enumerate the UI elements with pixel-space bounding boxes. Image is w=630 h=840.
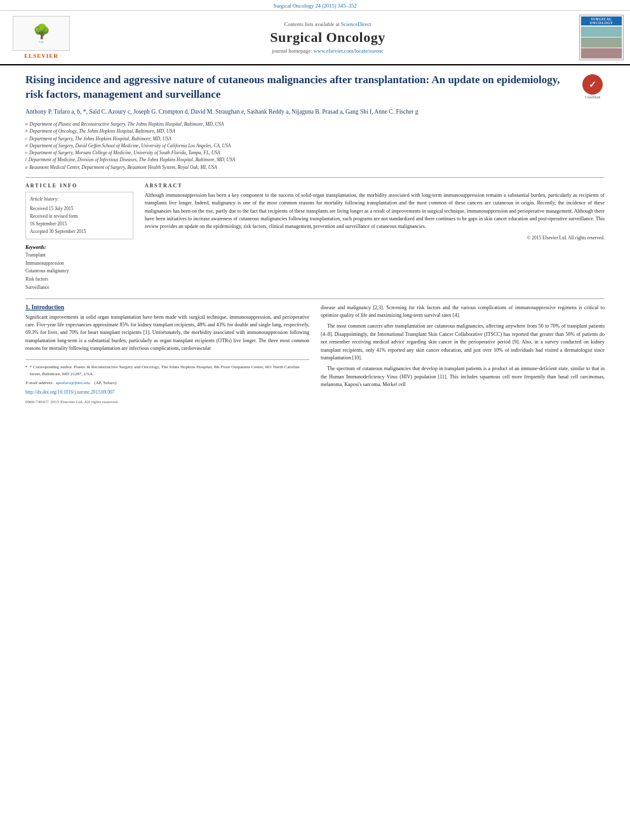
affiliation-f: f Department of Medicine, Division of In… [25, 156, 605, 163]
affil-text-b: Department of Oncology, The Johns Hopkin… [29, 128, 175, 135]
crossmark-section: ✓ CrossMark [580, 74, 605, 99]
affil-sup-d: d [25, 142, 27, 149]
journal-header: 🌳 logo ELSEVIER Contents lists available… [0, 11, 630, 65]
article-info-column: ARTICLE INFO Article history: Received 1… [25, 183, 133, 292]
article-content: Rising incidence and aggressive nature o… [0, 65, 630, 412]
journal-citation: Surgical Oncology 24 (2015) 345–352 [273, 3, 356, 9]
crossmark-badge: ✓ [582, 74, 603, 95]
revised-label: Received in revised form [30, 213, 129, 220]
intro-para-left: Significant improvements in solid organ … [25, 314, 309, 353]
affil-text-g: Beaumont Medical Center, Department of S… [29, 164, 217, 171]
footnote-email-suffix: (AP, Tufaro). [94, 380, 117, 387]
authors-line: Anthony P. Tufaro a, b, *, Saïd C. Azour… [25, 107, 605, 117]
keyword-immunosuppression: Immunosuppression [25, 260, 133, 268]
intro-para-right-1: disease and malignancy [2,3]. Screening … [321, 304, 605, 320]
article-history-label: Article history: [30, 196, 129, 203]
keyword-risk-factors: Risk factors [25, 276, 133, 284]
footnote-email-label: E-mail address: [25, 380, 54, 387]
keyword-surveillance: Surveillance [25, 284, 133, 292]
keywords-section: Keywords: Transplant Immunosuppression C… [25, 244, 133, 292]
intro-para-right-2: The most common cancers after transplant… [321, 323, 605, 362]
affil-sup-f: f [25, 156, 27, 163]
journal-citation-bar: Surgical Oncology 24 (2015) 345–352 [0, 0, 630, 11]
footer-copyright: 0960-7404/© 2015 Elsevier Ltd. All right… [25, 399, 309, 406]
abstract-label: ABSTRACT [145, 183, 605, 189]
revised-date: 16 September 2015 [30, 220, 129, 228]
abstract-copyright: © 2015 Elsevier Ltd. All rights reserved… [145, 235, 605, 241]
footnote-corresponding: * * Corresponding author. Plastic & Reco… [25, 364, 309, 378]
journal-title: Surgical Oncology [270, 29, 385, 46]
footnote-corresponding-text: * Corresponding author. Plastic & Recons… [30, 364, 310, 378]
affil-text-d: Department of Surgery, David Geffen Scho… [29, 142, 231, 149]
elsevier-brand-label: ELSEVIER [24, 53, 58, 59]
keyword-transplant: Transplant [25, 251, 133, 260]
affil-text-c: Department of Surgery, The Johns Hopkins… [29, 135, 171, 142]
affiliation-e: e Department of Surgery, Morsani College… [25, 149, 605, 156]
received-date: Received 15 July 2015 [30, 205, 129, 213]
footnotes-section: * * Corresponding author. Plastic & Reco… [25, 359, 309, 406]
journal-homepage-line: journal homepage: www.elsevier.com/locat… [272, 48, 384, 54]
keywords-label: Keywords: [25, 244, 133, 250]
affil-text-f: Department of Medicine, Division of Infe… [29, 156, 236, 163]
page: Surgical Oncology 24 (2015) 345–352 🌳 lo… [0, 0, 630, 840]
footnote-email-row: E-mail address: aptufaro@jhmi.edu (AP, T… [25, 380, 309, 387]
doi-link[interactable]: http://dx.doi.org/10.1016/j.suronc.2015.… [25, 389, 115, 395]
article-info-label: ARTICLE INFO [25, 183, 133, 189]
keywords-list: Transplant Immunosuppression Cutaneous m… [25, 251, 133, 292]
article-title-section: Rising incidence and aggressive nature o… [25, 73, 605, 102]
crossmark-label: CrossMark [585, 95, 600, 99]
affil-sup-c: c [25, 135, 27, 142]
article-history-box: Article history: Received 15 July 2015 R… [25, 192, 133, 239]
homepage-prefix: journal homepage: [272, 48, 312, 54]
affil-sup-e: e [25, 149, 27, 156]
sciencedirect-link[interactable]: ScienceDirect [341, 21, 372, 27]
affil-text-a: Department of Plastic and Reconstructive… [29, 121, 224, 128]
affiliation-a: a Department of Plastic and Reconstructi… [25, 121, 605, 128]
abstract-column: ABSTRACT Although immunosuppression has … [145, 183, 605, 292]
cover-thumb-2 [581, 37, 622, 48]
article-title: Rising incidence and aggressive nature o… [25, 73, 574, 102]
keyword-cutaneous: Cutaneous malignancy [25, 267, 133, 276]
cover-thumb-3 [581, 48, 622, 58]
body-columns: 1. Introduction Significant improvements… [25, 304, 605, 406]
affil-sup-b: b [25, 128, 27, 135]
tree-icon: 🌳 [33, 23, 50, 40]
sciencedirect-line: Contents lists available at ScienceDirec… [285, 21, 372, 27]
affiliation-b: b Department of Oncology, The Johns Hopk… [25, 128, 605, 135]
journal-center-info: Contents lists available at ScienceDirec… [83, 15, 573, 60]
abstract-text: Although immunosuppression has been a ke… [145, 192, 605, 231]
cover-thumb-1 [581, 27, 622, 37]
accepted-date: Accepted 30 September 2015 [30, 228, 129, 236]
journal-cover-thumbnails [581, 27, 622, 58]
intro-text-left: Significant improvements in solid organ … [25, 314, 309, 353]
footnote-asterisk: * [25, 364, 28, 378]
info-abstract-columns: ARTICLE INFO Article history: Received 1… [25, 183, 605, 292]
doi-line: http://dx.doi.org/10.1016/j.suronc.2015.… [25, 389, 309, 396]
intro-text-right: disease and malignancy [2,3]. Screening … [321, 304, 605, 389]
affiliations-section: a Department of Plastic and Reconstructi… [25, 121, 605, 171]
elsevier-logo-image: 🌳 logo [13, 16, 70, 51]
intro-heading: 1. Introduction [25, 304, 309, 310]
divider-2 [25, 298, 605, 299]
journal-cover-label: SURGICALONCOLOGY [581, 17, 622, 25]
authors-text: Anthony P. Tufaro a, b, *, Saïd C. Azour… [25, 109, 419, 115]
affil-sup-a: a [25, 121, 27, 128]
contents-available-text: Contents lists available at [285, 21, 340, 27]
affiliation-d: d Department of Surgery, David Geffen Sc… [25, 142, 605, 149]
body-col-right: disease and malignancy [2,3]. Screening … [321, 304, 605, 406]
footnote-email-link[interactable]: aptufaro@jhmi.edu [56, 380, 90, 387]
affiliation-g: g Beaumont Medical Center, Department of… [25, 164, 605, 171]
affil-sup-g: g [25, 164, 27, 171]
journal-cover-image: SURGICALONCOLOGY [579, 15, 624, 60]
body-col-left: 1. Introduction Significant improvements… [25, 304, 309, 406]
intro-para-right-3: The spectrum of cutaneous malignancies t… [321, 365, 605, 389]
affiliation-c: c Department of Surgery, The Johns Hopki… [25, 135, 605, 142]
journal-homepage-link[interactable]: www.elsevier.com/locate/suronc [314, 48, 384, 54]
affil-text-e: Department of Surgery, Morsani College o… [29, 149, 220, 156]
divider-1 [25, 177, 605, 178]
elsevier-logo-section: 🌳 logo ELSEVIER [6, 15, 76, 60]
